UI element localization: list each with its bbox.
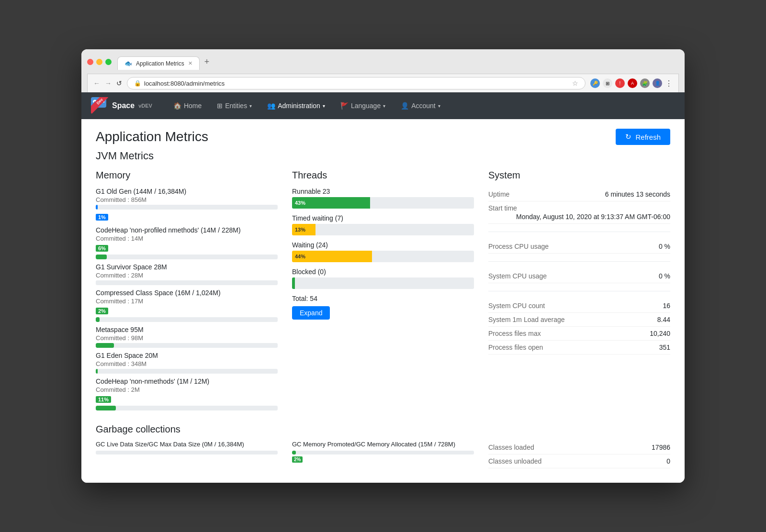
nav-administration[interactable]: 👥 Administration ▾	[260, 98, 332, 113]
nav-account[interactable]: 👤 Account ▾	[394, 98, 447, 113]
memory-g1-old-label: G1 Old Gen (144M / 16,384M)	[96, 188, 278, 195]
account-label: Account	[411, 102, 436, 110]
system-cpu-count-value: 16	[663, 302, 670, 310]
thread-runnable-bar: 43%	[292, 197, 474, 209]
memory-codeheap-nonprofiled: CodeHeap 'non-profiled nmethods' (14M / …	[96, 226, 278, 259]
memory-metaspace: Metaspace 95M Committed : 98M	[96, 326, 278, 348]
memory-codeheap-pct: 6%	[96, 245, 108, 252]
memory-metaspace-bar	[96, 343, 278, 348]
memory-g1-old-committed: Committed : 856M	[96, 196, 278, 203]
gc-live-data-label: GC Live Data Size/GC Max Data Size (0M /…	[96, 441, 278, 448]
url-bar[interactable]: 🔒 localhost:8080/admin/metrics ☆	[127, 77, 586, 89]
refresh-label: Refresh	[635, 133, 661, 141]
nav-home[interactable]: 🏠 Home	[167, 98, 208, 113]
memory-compressed-bar	[96, 317, 278, 322]
thread-timed-waiting: Timed waiting (7) 13%	[292, 214, 474, 235]
nav-language[interactable]: 🚩 Language ▾	[334, 98, 392, 113]
tab-bar: 🐟 Application Metrics ✕ +	[117, 54, 214, 70]
memory-codeheap-fill	[96, 255, 107, 259]
home-icon: 🏠	[173, 102, 181, 110]
home-label: Home	[184, 102, 202, 110]
memory-compressed: Compressed Class Space (16M / 1,024M) Co…	[96, 289, 278, 322]
classes-unloaded-row: Classes unloaded 0	[488, 454, 670, 468]
address-bar: ← → ↺ 🔒 localhost:8080/admin/metrics ☆ 🔑…	[87, 74, 679, 92]
refresh-button[interactable]: ↻ Refresh	[616, 129, 670, 145]
thread-waiting-bar: 44%	[292, 251, 474, 262]
page-title: Application Metrics	[96, 129, 208, 144]
system-uptime-value: 6 minutes 13 seconds	[605, 190, 670, 198]
classes-loaded-value: 17986	[652, 443, 670, 451]
memory-g1-survivor-bar	[96, 280, 278, 285]
thread-blocked-bar	[292, 277, 474, 289]
system-files-max-value: 10,240	[650, 330, 670, 337]
thread-timed-waiting-label: Timed waiting (7)	[292, 214, 474, 222]
memory-compressed-committed: Committed : 17M	[96, 298, 278, 305]
memory-g1-eden-fill	[96, 369, 98, 374]
menu-icon[interactable]: ⋮	[665, 79, 673, 88]
classes-unloaded-label: Classes unloaded	[488, 457, 541, 465]
active-tab[interactable]: 🐟 Application Metrics ✕	[117, 56, 200, 70]
gc-memory-promoted: GC Memory Promoted/GC Memory Allocated (…	[292, 441, 474, 468]
system-load-avg-value: 8.44	[657, 316, 670, 323]
system-starttime-label: Start time	[488, 204, 517, 212]
ext-icon-2[interactable]: ⊞	[603, 78, 612, 88]
main-content: Application Metrics ↻ Refresh JVM Metric…	[81, 119, 685, 483]
user-avatar[interactable]: 👤	[653, 78, 662, 88]
reload-button[interactable]: ↺	[116, 79, 122, 87]
ext-icon-5[interactable]: 🧩	[640, 78, 650, 88]
gc-live-data: GC Live Data Size/GC Max Data Size (0M /…	[96, 441, 278, 468]
system-title: System	[488, 170, 670, 181]
maximize-button[interactable]	[105, 59, 112, 65]
memory-compressed-label: Compressed Class Space (16M / 1,024M)	[96, 289, 278, 297]
minimize-button[interactable]	[96, 59, 102, 65]
lock-icon: 🔒	[134, 80, 141, 87]
memory-metaspace-label: Metaspace 95M	[96, 326, 278, 333]
tab-close-button[interactable]: ✕	[188, 60, 192, 66]
language-label: Language	[351, 102, 381, 110]
system-cpu-process-label: Process CPU usage	[488, 243, 549, 250]
system-cpu-process-value: 0 %	[659, 243, 670, 250]
memory-g1-old-fill	[96, 205, 98, 210]
memory-g1-old-bar	[96, 205, 278, 210]
url-text: localhost:8080/admin/metrics	[144, 80, 569, 87]
thread-blocked: Blocked (0)	[292, 268, 474, 289]
memory-section: Memory G1 Old Gen (144M / 16,384M) Commi…	[96, 170, 278, 414]
thread-timed-waiting-fill: 13%	[292, 224, 315, 235]
nav-entities[interactable]: ⊞ Entities ▾	[210, 98, 259, 113]
system-cpu-system-value: 0 %	[659, 272, 670, 280]
memory-g1-eden-committed: Committed : 348M	[96, 360, 278, 367]
star-icon: ☆	[572, 79, 578, 87]
system-cpu-count-row: System CPU count 16	[488, 299, 670, 313]
memory-compressed-fill	[96, 317, 100, 322]
account-icon: 👤	[401, 102, 409, 110]
memory-compressed-pct: 2%	[96, 308, 108, 314]
memory-metaspace-fill	[96, 343, 114, 348]
memory-g1-survivor: G1 Survivor Space 28M Committed : 28M	[96, 263, 278, 285]
expand-button[interactable]: Expand	[292, 306, 330, 320]
browser-extensions: 🔑 ⊞ ! A 🧩 👤 ⋮	[590, 78, 673, 88]
page-header: Application Metrics ↻ Refresh	[96, 129, 670, 145]
memory-g1-eden-bar	[96, 369, 278, 374]
administration-label: Administration	[278, 102, 320, 110]
new-tab-button[interactable]: +	[200, 54, 214, 70]
threads-section: Threads Runnable 23 43% Timed waiting (7…	[292, 170, 474, 414]
back-button[interactable]: ←	[93, 79, 100, 87]
metrics-grid: Memory G1 Old Gen (144M / 16,384M) Commi…	[96, 170, 670, 414]
threads-title: Threads	[292, 170, 474, 181]
ext-icon-4[interactable]: A	[628, 78, 637, 88]
jvm-section-title: JVM Metrics	[96, 150, 670, 162]
app-navbar: Dev Space vDEV 🏠 Home ⊞ Entities ▾	[81, 92, 685, 119]
forward-button[interactable]: →	[105, 79, 112, 87]
language-caret: ▾	[383, 103, 385, 109]
close-button[interactable]	[87, 59, 93, 65]
thread-runnable-label: Runnable 23	[292, 188, 474, 195]
gc-live-data-bar	[96, 451, 278, 454]
memory-codeheap-nonnmethods-bar	[96, 406, 278, 410]
browser-window: 🐟 Application Metrics ✕ + ← → ↺ 🔒 localh…	[81, 49, 685, 483]
ext-icon-3[interactable]: !	[615, 78, 625, 88]
system-cpu-system-label: System CPU usage	[488, 272, 547, 280]
garbage-title: Garbage collections	[96, 424, 670, 435]
ext-icon-1[interactable]: 🔑	[590, 78, 600, 88]
thread-blocked-fill	[292, 277, 295, 289]
system-load-avg-label: System 1m Load average	[488, 316, 565, 323]
